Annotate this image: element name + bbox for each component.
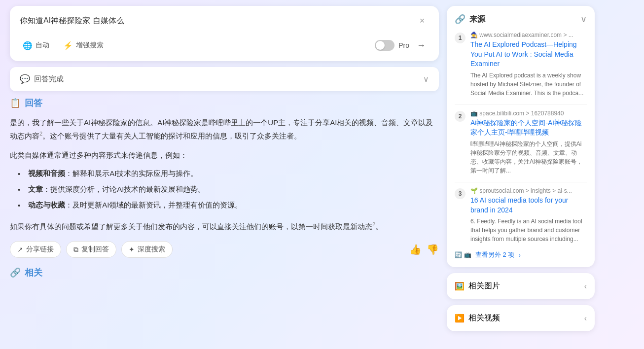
videos-icon: ▶️ (455, 314, 465, 323)
source-number-2: 2 (455, 111, 465, 122)
source-title-1[interactable]: The AI Explored Podcast—Helping You Put … (470, 40, 587, 69)
answer-para3-start: 如果你有具体的问题或希望了解更多关于他们发布的内容，可以直接关注他们的账号，以第… (10, 222, 372, 231)
bullet-text-1: ：解释和展示AI技术的实际应用与操作。 (65, 169, 198, 177)
bullet-list: 视频和音频：解释和展示AI技术的实际应用与操作。 文章：提供深度分析，讨论AI技… (10, 167, 439, 212)
related-header: 🔗 相关 (10, 267, 439, 279)
images-panel-collapse: ‹ (584, 282, 587, 291)
bullet-key-3: 动态与收藏 (28, 201, 65, 209)
view-more-icons: 🔄 📺 (455, 251, 471, 258)
videos-panel[interactable]: ▶️ 相关视频 ‹ (447, 305, 595, 331)
source-divider-2 (455, 182, 587, 182)
related-title: 相关 (25, 267, 42, 279)
pro-toggle[interactable] (375, 40, 394, 51)
deep-search-icon: ✦ (129, 245, 135, 253)
answer-para3-end: 。 (375, 222, 383, 231)
right-sidebar: 🔗 来源 ∨ 1 🧙 www.socialmediaexaminer.com >… (447, 6, 595, 331)
images-panel-left: 🖼️ 相关图片 (455, 281, 500, 291)
source-divider-1 (455, 105, 587, 105)
toggle-knob (376, 41, 385, 50)
view-more-label: 查看另外 2 项 (475, 250, 514, 259)
source-number-3: 3 (455, 188, 465, 199)
answer-paragraph-3: 如果你有具体的问题或希望了解更多关于他们发布的内容，可以直接关注他们的账号，以第… (10, 220, 439, 233)
source-domain-1: 🧙 www.socialmediaexaminer.com > ... (470, 32, 587, 38)
list-item: 视频和音频：解释和展示AI技术的实际应用与操作。 (18, 167, 439, 180)
answer-para1-end: 。这个账号提供了大量有关人工智能的探讨和应用的信息，吸引了众多关注者。 (42, 132, 301, 140)
search-query: 你知道AI神秘探险家 自媒体么 (20, 16, 415, 26)
list-item-content: 文章：提供深度分析，讨论AI技术的最新发展和趋势。 (28, 182, 205, 196)
source-favicon-3: 🌱 (470, 187, 479, 194)
share-icon: ↗ (17, 245, 23, 253)
source-item-2: 2 📺 space.bilibili.com > 1620788940 Ai神秘… (455, 110, 587, 175)
source-snippet-2: 哔哩哔哩Ai神秘探险家的个人空间，提供Ai神秘探险家分享的视频、音频、文章、动态… (470, 140, 587, 175)
lightning-icon: ⚡ (63, 41, 73, 50)
source-snippet-3: 6. Feedly. Feedly is an AI social media … (470, 217, 587, 244)
enhance-label: 增强搜索 (76, 41, 104, 50)
close-button[interactable]: × (415, 14, 429, 28)
action-buttons-left: ↗ 分享链接 ⧉ 复制回答 ✦ 深度搜索 (10, 241, 173, 258)
bullet-key-2: 文章 (28, 185, 43, 193)
sources-title-row: 🔗 来源 (455, 14, 485, 25)
source-favicon-1: 🧙 (470, 32, 479, 38)
source-number-1: 1 (455, 33, 465, 43)
bullet-text-3: ：及时更新AI领域的最新资讯，并整理有价值的资源。 (65, 201, 242, 209)
sources-icon: 🔗 (455, 14, 465, 25)
sources-title: 来源 (469, 14, 485, 25)
enhance-button[interactable]: ⚡ 增强搜索 (60, 39, 107, 52)
copy-icon: ⧉ (73, 245, 78, 254)
videos-panel-left: ▶️ 相关视频 (455, 313, 500, 323)
source-content-1: 🧙 www.socialmediaexaminer.com > ... The … (470, 32, 587, 98)
images-icon: 🖼️ (455, 281, 465, 291)
answer-status-bar: 💬 回答完成 ∨ (10, 67, 439, 91)
answer-section-title: 回答 (25, 97, 42, 109)
main-content: 你知道AI神秘探险家 自媒体么 × 🌐 自动 ⚡ 增强搜索 Pro → (10, 6, 439, 279)
list-item-content: 动态与收藏：及时更新AI领域的最新资讯，并整理有价值的资源。 (28, 198, 242, 211)
list-item: 文章：提供深度分析，讨论AI技术的最新发展和趋势。 (18, 182, 439, 196)
related-icon: 🔗 (10, 267, 21, 278)
answer-section-header: 📋 回答 (10, 97, 439, 109)
list-item-content: 视频和音频：解释和展示AI技术的实际应用与操作。 (28, 167, 198, 180)
pro-label: Pro (398, 41, 409, 49)
source-item-1: 1 🧙 www.socialmediaexaminer.com > ... Th… (455, 32, 587, 98)
deep-search-label: 深度搜索 (138, 245, 165, 254)
bullet-text-2: ：提供深度分析，讨论AI技术的最新发展和趋势。 (43, 185, 205, 193)
list-item: 动态与收藏：及时更新AI领域的最新资讯，并整理有价值的资源。 (18, 198, 439, 212)
action-buttons-row: ↗ 分享链接 ⧉ 复制回答 ✦ 深度搜索 👍 👎 (10, 241, 439, 258)
search-box: 你知道AI神秘探险家 自媒体么 × 🌐 自动 ⚡ 增强搜索 Pro → (10, 6, 439, 61)
sources-panel: 🔗 来源 ∨ 1 🧙 www.socialmediaexaminer.com >… (447, 6, 595, 267)
sources-collapse-button[interactable]: ∨ (580, 14, 587, 25)
thumbs-up-button[interactable]: 👍 (409, 244, 422, 255)
source-snippet-1: The AI Explored podcast is a weekly show… (470, 71, 587, 98)
auto-button[interactable]: 🌐 自动 (20, 39, 52, 52)
collapse-answer-button[interactable]: ∨ (423, 74, 429, 84)
source-title-2[interactable]: Ai神秘探险家的个人空间-Ai神秘探险家个人主页-哔哩哔哩视频 (470, 118, 587, 138)
source-title-3[interactable]: 16 AI social media tools for your brand … (470, 196, 587, 215)
source-domain-3: 🌱 sproutsocial.com > insights > ai-s... (470, 187, 587, 194)
answer-content: 📋 回答 是的，我了解一些关于AI神秘探险家的信息。AI神秘探险家是哔哩哔里上的… (10, 97, 439, 279)
source-content-3: 🌱 sproutsocial.com > insights > ai-s... … (470, 187, 587, 244)
images-panel[interactable]: 🖼️ 相关图片 ‹ (447, 273, 595, 299)
view-more-icon-2: 📺 (464, 251, 471, 258)
view-more-arrow: › (518, 251, 520, 259)
answer-status-label: 回答完成 (34, 74, 64, 84)
share-link-button[interactable]: ↗ 分享链接 (10, 241, 61, 258)
videos-title: 相关视频 (468, 313, 500, 323)
copy-label: 复制回答 (81, 245, 109, 254)
thumbs-down-button[interactable]: 👎 (427, 244, 439, 255)
share-link-label: 分享链接 (26, 245, 54, 254)
answer-paragraph-1: 是的，我了解一些关于AI神秘探险家的信息。AI神秘探险家是哔哩哔里上的一个UP主… (10, 116, 439, 142)
source-item-3: 3 🌱 sproutsocial.com > insights > ai-s..… (455, 187, 587, 244)
copy-answer-button[interactable]: ⧉ 复制回答 (66, 241, 116, 258)
deep-search-button[interactable]: ✦ 深度搜索 (121, 241, 173, 258)
source-domain-2: 📺 space.bilibili.com > 1620788940 (470, 110, 587, 117)
view-more-icon-1: 🔄 (455, 251, 462, 258)
chat-icon: 💬 (20, 74, 30, 84)
auto-label: 自动 (36, 41, 49, 50)
sources-panel-header: 🔗 来源 ∨ (455, 14, 587, 25)
submit-arrow-button[interactable]: → (413, 37, 429, 53)
source-favicon-2: 📺 (470, 110, 479, 117)
view-more-button[interactable]: 🔄 📺 查看另外 2 项 › (455, 250, 587, 259)
videos-panel-collapse: ‹ (584, 314, 587, 323)
feedback-buttons: 👍 👎 (409, 244, 439, 255)
source-content-2: 📺 space.bilibili.com > 1620788940 Ai神秘探险… (470, 110, 587, 175)
bullet-key-1: 视频和音频 (28, 169, 65, 177)
